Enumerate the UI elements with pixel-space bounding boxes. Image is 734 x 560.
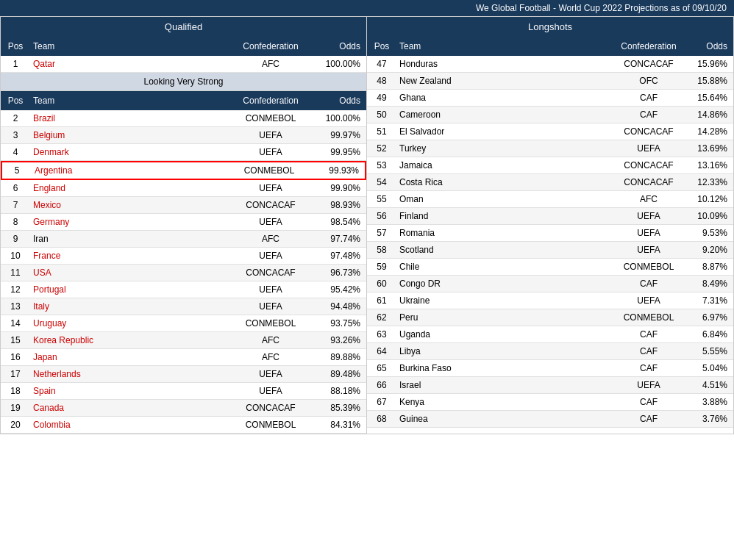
table-row: 66IsraelUEFA4.51% xyxy=(367,377,733,394)
longshots-rows: 47HondurasCONCACAF15.96%48New ZealandOFC… xyxy=(367,56,733,428)
table-row: 5ArgentinaCONMEBOL99.93% xyxy=(1,161,366,180)
table-row: 1 Qatar AFC 100.00% xyxy=(1,56,366,73)
col-pos-label: Pos xyxy=(1,40,30,53)
qualified-col-headers: Pos Team Confederation Odds xyxy=(1,37,366,56)
table-row: 3BelgiumUEFA99.97% xyxy=(1,127,366,144)
longshots-section-header: Longshots xyxy=(367,17,733,37)
col-pos-right: Pos xyxy=(367,40,396,53)
table-row: 68GuineaCAF3.76% xyxy=(367,411,733,428)
col-conf-label2: Confederation xyxy=(230,94,311,107)
col-odds-label: Odds xyxy=(311,40,366,53)
col-team-right: Team xyxy=(396,40,612,53)
table-row: 60Congo DRCAF8.49% xyxy=(367,276,733,292)
col-odds-label2: Odds xyxy=(311,94,366,107)
table-row: 51El SalvadorCONCACAF14.28% xyxy=(367,123,733,140)
table-row: 15Korea RepublicAFC93.26% xyxy=(1,332,366,349)
table-row: 19CanadaCONCACAF85.39% xyxy=(1,400,366,417)
table-row: 67KenyaCAF3.88% xyxy=(367,394,733,411)
table-row: 52TurkeyUEFA13.69% xyxy=(367,140,733,157)
table-row: 8GermanyUEFA98.54% xyxy=(1,214,366,231)
table-row: 10FranceUEFA97.48% xyxy=(1,248,366,265)
col-conf-right: Confederation xyxy=(612,40,685,53)
table-row: 48New ZealandOFC15.88% xyxy=(367,73,733,90)
table-row: 58ScotlandUEFA9.20% xyxy=(367,242,733,259)
longshots-col-headers: Pos Team Confederation Odds xyxy=(367,37,733,56)
table-row: 4DenmarkUEFA99.95% xyxy=(1,144,366,161)
table-row: 50CameroonCAF14.86% xyxy=(367,107,733,123)
table-row: 62PeruCONMEBOL6.97% xyxy=(367,309,733,326)
table-row: 9IranAFC97.74% xyxy=(1,231,366,248)
col-conf-label: Confederation xyxy=(230,40,311,53)
col-odds-right: Odds xyxy=(685,40,733,53)
table-row: 18SpainUEFA88.18% xyxy=(1,383,366,400)
table-row: 65Burkina FasoCAF5.04% xyxy=(367,360,733,377)
col-pos-label2: Pos xyxy=(1,94,30,107)
table-row: 14UruguayCONMEBOL93.75% xyxy=(1,315,366,332)
table-row: 16JapanAFC89.88% xyxy=(1,349,366,366)
table-row: 57RomaniaUEFA9.53% xyxy=(367,225,733,242)
table-row: 56FinlandUEFA10.09% xyxy=(367,208,733,225)
table-row: 17NetherlandsUEFA89.48% xyxy=(1,366,366,383)
left-panel: Qualified Pos Team Confederation Odds 1 … xyxy=(1,17,367,434)
table-row: 49GhanaCAF15.64% xyxy=(367,90,733,107)
table-row: 7MexicoCONCACAF98.93% xyxy=(1,197,366,214)
table-row: 64LibyaCAF5.55% xyxy=(367,343,733,360)
strong-col-headers: Pos Team Confederation Odds xyxy=(1,91,366,110)
qualified-section-header: Qualified xyxy=(1,17,366,37)
table-row: 47HondurasCONCACAF15.96% xyxy=(367,56,733,73)
table-row: 53JamaicaCONCACAF13.16% xyxy=(367,157,733,174)
looking-strong-header: Looking Very Strong xyxy=(1,73,366,91)
table-row: 13ItalyUEFA94.48% xyxy=(1,298,366,315)
table-row: 63UgandaCAF6.84% xyxy=(367,326,733,343)
header-bar: We Global Football - World Cup 2022 Proj… xyxy=(0,0,734,16)
strong-rows: 2BrazilCONMEBOL100.00%3BelgiumUEFA99.97%… xyxy=(1,110,366,434)
table-row: 59ChileCONMEBOL8.87% xyxy=(367,259,733,276)
table-row: 55OmanAFC10.12% xyxy=(367,191,733,208)
col-team-label: Team xyxy=(30,40,230,53)
table-row: 6EnglandUEFA99.90% xyxy=(1,180,366,197)
table-row: 11USACONCACAF96.73% xyxy=(1,265,366,281)
header-title: We Global Football - World Cup 2022 Proj… xyxy=(476,3,727,13)
table-row: 61UkraineUEFA7.31% xyxy=(367,292,733,309)
table-row: 2BrazilCONMEBOL100.00% xyxy=(1,110,366,127)
table-row: 12PortugalUEFA95.42% xyxy=(1,281,366,298)
table-row: 20ColombiaCONMEBOL84.31% xyxy=(1,417,366,434)
table-row: 54Costa RicaCONCACAF12.33% xyxy=(367,174,733,191)
right-panel: Longshots Pos Team Confederation Odds 47… xyxy=(367,17,733,434)
col-team-label2: Team xyxy=(30,94,230,107)
